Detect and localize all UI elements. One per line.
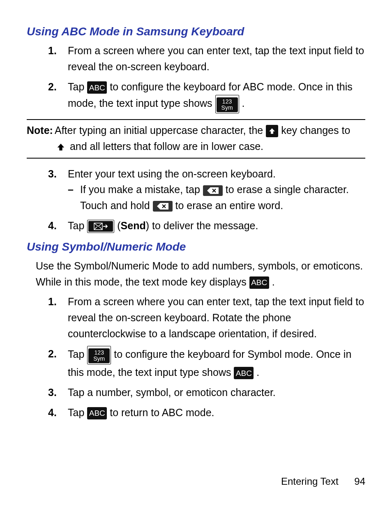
step-number: 1. [48,43,57,59]
step-text: . [242,97,245,109]
backspace-icon [153,201,173,212]
step-number: 1. [48,294,57,310]
step-text: Tap [68,407,87,418]
intro-part: Use the Symbol/Numeric Mode to add numbe… [36,260,363,288]
step-text: Tap [68,348,87,360]
step-text: From a screen where you can enter text, … [68,296,364,339]
footer-section: Entering Text [281,476,339,487]
intro-part: . [272,276,275,288]
step-3: 3. Tap a number, symbol, or emoticon cha… [48,385,365,401]
step-text: From a screen where you can enter text, … [68,45,364,72]
steps-symbol-mode: 1. From a screen where you can enter tex… [27,294,365,420]
step-text: to return to ABC mode. [110,407,214,418]
step-number: 4. [48,405,57,421]
note-text: key changes to [281,124,350,136]
sym-key-bordered: 123 Sym [87,346,111,364]
step-text: Tap [68,220,87,231]
step-text: Enter your text using the on-screen keyb… [68,168,276,180]
step-number: 3. [48,166,57,182]
backspace-icon [203,185,223,196]
step-text: Tap [68,81,87,92]
step-2: 2. Tap ABC to configure the keyboard for… [48,79,365,113]
heading-abc-mode: Using ABC Mode in Samsung Keyboard [27,23,365,40]
sym-bot: Sym [93,356,105,362]
abc-key-icon: ABC [87,407,107,419]
sym-top: 123 [222,99,232,105]
abc-key-icon: ABC [249,276,269,289]
step-number: 4. [48,218,57,234]
step-1: 1. From a screen where you can enter tex… [48,43,365,75]
abc-key-icon: ABC [234,367,254,379]
step-2: 2. Tap 123 Sym to configure the keyboard… [48,346,365,380]
sym-key-icon: 123 Sym [217,97,238,112]
step-text: ) to deliver the message. [146,220,258,231]
send-label: Send [121,220,146,231]
step-text: . [256,366,259,378]
page-number: 94 [354,474,365,489]
dash: – [68,182,74,198]
step-text: Tap a number, symbol, or emoticon charac… [68,387,276,398]
note-text: After typing an initial uppercase charac… [55,124,266,136]
note-block: Note: After typing an initial uppercase … [27,119,365,159]
abc-key-icon: ABC [87,81,107,94]
step-4: 4. Tap (Send) to deliver the message. [48,218,365,234]
note-text: and all letters that follow are in lower… [70,140,263,152]
step-1: 1. From a screen where you can enter tex… [48,294,365,341]
step-number: 3. [48,385,57,401]
page-footer: Entering Text 94 [27,474,365,489]
step-text: to configure the keyboard for ABC mode. … [68,81,353,109]
steps-abc-mode-cont: 3. Enter your text using the on-screen k… [27,166,365,234]
heading-symbol-mode: Using Symbol/Numeric Mode [27,238,365,256]
steps-abc-mode: 1. From a screen where you can enter tex… [27,43,365,113]
step-4: 4. Tap ABC to return to ABC mode. [48,405,365,421]
step-3: 3. Enter your text using the on-screen k… [48,166,365,214]
shift-key-filled-icon [266,125,278,137]
note-label: Note: [27,122,53,138]
sym-key-bordered: 123 Sym [215,95,239,113]
step-text: ( [117,220,120,231]
sub-text: If you make a mistake, tap [80,184,203,195]
sym-key-icon: 123 Sym [88,348,110,363]
send-icon [88,221,113,232]
send-button-wrap [87,220,114,233]
substep: – If you make a mistake, tap to erase a … [68,182,365,214]
sym-top: 123 [95,350,104,356]
shift-key-outline-icon [55,141,67,153]
sym-bot: Sym [221,105,233,111]
intro-text: Use the Symbol/Numeric Mode to add numbe… [36,258,365,290]
step-number: 2. [48,346,57,362]
step-number: 2. [48,79,57,95]
sub-text: to erase an entire word. [175,200,283,211]
